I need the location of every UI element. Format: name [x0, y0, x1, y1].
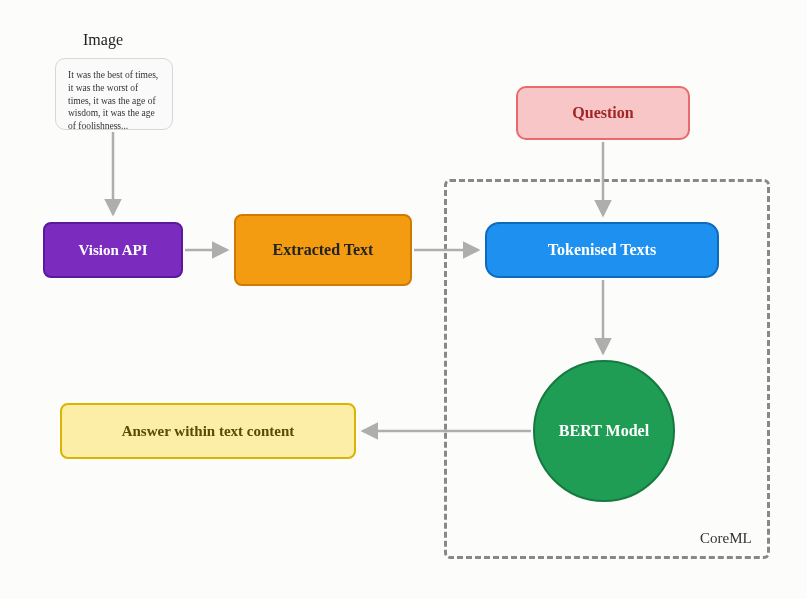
vision-api-label: Vision API — [78, 242, 147, 259]
vision-api-node: Vision API — [43, 222, 183, 278]
bert-model-label: BERT Model — [559, 422, 649, 440]
question-node: Question — [516, 86, 690, 140]
tokenised-texts-label: Tokenised Texts — [548, 241, 656, 259]
image-sample-text: It was the best of times, it was the wor… — [68, 70, 158, 131]
image-sample-box: It was the best of times, it was the wor… — [55, 58, 173, 130]
answer-label: Answer within text content — [122, 423, 295, 440]
extracted-text-node: Extracted Text — [234, 214, 412, 286]
coreml-label: CoreML — [700, 530, 752, 547]
question-label: Question — [572, 104, 633, 122]
image-heading: Image — [83, 31, 123, 49]
bert-model-node: BERT Model — [533, 360, 675, 502]
extracted-text-label: Extracted Text — [273, 241, 374, 259]
tokenised-texts-node: Tokenised Texts — [485, 222, 719, 278]
answer-node: Answer within text content — [60, 403, 356, 459]
